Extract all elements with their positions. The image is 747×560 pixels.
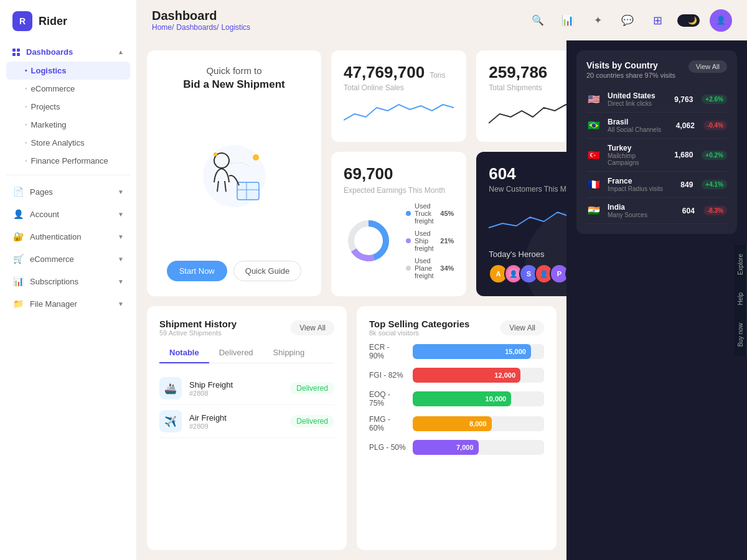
country-item-4: 🇮🇳 India Many Sources 604 -8.3%	[586, 198, 727, 224]
breadcrumb-dashboards[interactable]: Dashboards/	[176, 23, 218, 32]
breadcrumb-home[interactable]: Home/	[152, 23, 174, 32]
side-tab-buy-now[interactable]: Buy now	[735, 314, 747, 355]
sidebar-item-projects[interactable]: Projects	[6, 98, 130, 116]
truck-dot	[406, 211, 411, 216]
chart-icon[interactable]: 📊	[558, 11, 578, 30]
visits-title: Visits by Country	[586, 60, 675, 70]
shipment-id-1: #2809	[189, 422, 283, 430]
messages-icon[interactable]: 💬	[618, 11, 637, 30]
page-title: Dashboard	[152, 9, 250, 23]
header-right: 🔍 📊 ✦ 💬 ⊞ 🌙 👤	[528, 9, 732, 32]
visits-title-area: Visits by Country 20 countries share 97%…	[586, 60, 675, 79]
country-info-1: Brasil All Social Channels	[608, 118, 670, 133]
bar-fill-3: 8,000	[413, 416, 492, 431]
sidebar-item-ecommerce-nav[interactable]: 🛒 eCommerce ▼	[6, 248, 130, 270]
customers-mini-chart	[489, 200, 566, 237]
total-shipments-label: Total Shipments	[489, 83, 566, 92]
dashboards-header[interactable]: Dashboards ▲	[6, 42, 130, 62]
heroes-title: Today's Heroes	[489, 250, 566, 259]
header: Dashboard Home/ Dashboards/ Logistics 🔍 …	[137, 0, 747, 40]
quick-guide-button[interactable]: Quick Guide	[233, 261, 302, 281]
shipment-status-0: Delivered	[290, 382, 334, 394]
account-chevron: ▼	[118, 211, 124, 218]
country-item-3: 🇫🇷 France Impact Radius visits 849 +4.1%	[586, 172, 727, 198]
shipment-illustration	[184, 139, 284, 213]
sidebar-item-store-analytics[interactable]: Store Analytics	[6, 134, 130, 152]
sidebar-item-subscriptions[interactable]: 📊 Subscriptions ▼	[6, 270, 130, 292]
country-item-1: 🇧🇷 Brasil All Social Channels 4,062 -0.4…	[586, 113, 727, 139]
sidebar-item-pages[interactable]: 📄 Pages ▼	[6, 180, 130, 203]
bar-item-4: PLG - 50% 7,000	[369, 440, 544, 455]
tab-notable[interactable]: Notable	[159, 343, 209, 363]
dark-mode-toggle[interactable]: 🌙	[677, 14, 700, 27]
auth-chevron: ▼	[118, 233, 124, 240]
earnings-label: Expected Earnings This Month	[344, 186, 454, 195]
sidebar-item-file-manager[interactable]: 📁 File Manager ▼	[6, 292, 130, 315]
ecommerce-nav-icon: 🛒	[12, 253, 24, 264]
search-icon[interactable]: 🔍	[528, 11, 548, 30]
subscriptions-icon: 📊	[12, 276, 24, 287]
total-shipments-card: 259,786 Total Shipments	[476, 50, 566, 142]
center-panels: Quick form to Bid a New Shipment	[137, 40, 566, 560]
bar-track-0: 15,000	[413, 344, 544, 359]
subscriptions-chevron: ▼	[118, 278, 124, 285]
pages-icon: 📄	[12, 186, 24, 197]
right-panel: Visits by Country 20 countries share 97%…	[566, 40, 747, 560]
change-fr: +4.1%	[702, 180, 727, 189]
shipment-id-0: #2808	[189, 390, 283, 397]
top-row: Quick form to Bid a New Shipment	[147, 50, 557, 296]
sidebar-item-account[interactable]: 👤 Account ▼	[6, 203, 130, 225]
account-icon: 👤	[12, 208, 24, 220]
bar-label-3: FMG - 60%	[369, 415, 406, 432]
bar-track-2: 10,000	[413, 391, 544, 406]
visits-view-all-button[interactable]: View All	[688, 60, 727, 73]
start-now-button[interactable]: Start Now	[167, 261, 227, 281]
total-sales-label: Total Online Sales	[344, 83, 454, 92]
shipment-name-0: Ship Freight	[189, 380, 283, 390]
sidebar-item-logistics[interactable]: Logistics	[6, 62, 130, 80]
shipment-card-title-area: Shipment History 59 Active Shipments	[159, 319, 237, 337]
ecommerce-nav-chevron: ▼	[118, 256, 124, 263]
logo-icon: R	[12, 11, 32, 31]
side-tab-help[interactable]: Help	[735, 284, 747, 314]
visits-header: Visits by Country 20 countries share 97%…	[586, 60, 727, 79]
bar-label-2: EOQ - 75%	[369, 390, 406, 408]
flag-br: 🇧🇷	[586, 120, 601, 131]
change-us: +2.6%	[702, 95, 727, 104]
shipment-item-0: 🚢 Ship Freight #2808 Delivered	[159, 372, 334, 405]
shipment-view-all-button[interactable]: View All	[291, 320, 334, 335]
sidebar-item-marketing[interactable]: Marketing	[6, 116, 130, 134]
selling-view-all-button[interactable]: View All	[500, 320, 544, 335]
sidebar-item-auth[interactable]: 🔐 Authentication ▼	[6, 225, 130, 248]
side-tab-explore[interactable]: Explore	[735, 245, 747, 284]
country-info-3: France Impact Radius visits	[608, 177, 674, 192]
change-tr: +0.2%	[702, 151, 727, 160]
tab-delivered[interactable]: Delivered	[209, 343, 263, 363]
sidebar-item-finance[interactable]: Finance Performance	[6, 152, 130, 170]
shipment-info-0: Ship Freight #2808	[189, 380, 283, 397]
content-area: Quick form to Bid a New Shipment	[137, 40, 747, 560]
dashboards-label: Dashboards	[12, 47, 73, 57]
flag-us: 🇺🇸	[586, 94, 601, 105]
svg-point-10	[355, 227, 382, 254]
bar-fill-2: 10,000	[413, 391, 511, 406]
selling-title: Top Selling Categories	[369, 319, 469, 329]
settings-icon[interactable]: ✦	[588, 11, 608, 30]
freight-donut-chart	[344, 216, 393, 266]
legend-truck: Used Truck freight 45%	[406, 202, 454, 225]
hero-avatar-4: P	[550, 264, 566, 284]
auth-icon: 🔐	[12, 231, 24, 242]
pages-chevron: ▼	[118, 189, 124, 195]
sidebar-item-ecommerce[interactable]: eCommerce	[6, 80, 130, 98]
bar-track-3: 8,000	[413, 416, 544, 431]
dashboards-section: Dashboards ▲ Logistics eCommerce Project…	[0, 42, 136, 170]
svg-point-6	[214, 152, 217, 156]
total-sales-card: 47,769,700 Tons Total Online Sales	[331, 50, 466, 142]
user-avatar[interactable]: 👤	[710, 9, 732, 32]
stats-row-bottom: 69,700 Expected Earnings This Month	[331, 152, 566, 296]
tab-shipping[interactable]: Shipping	[263, 343, 315, 363]
apps-icon[interactable]: ⊞	[647, 11, 667, 30]
bar-label-1: FGI - 82%	[369, 371, 406, 380]
app-logo[interactable]: R Rider	[0, 0, 136, 42]
sidebar-divider-1	[6, 175, 130, 175]
